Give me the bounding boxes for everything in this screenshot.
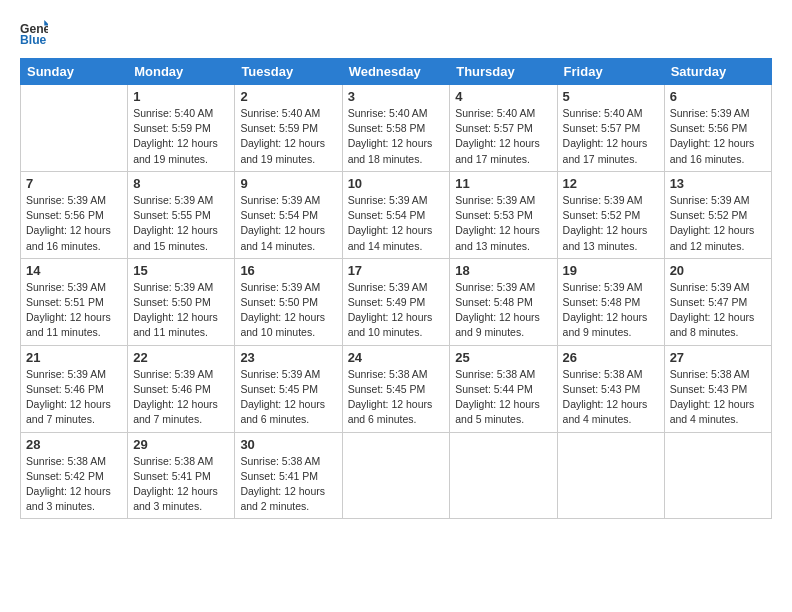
day-info: Sunrise: 5:38 AMSunset: 5:43 PMDaylight:… xyxy=(563,367,659,428)
calendar-cell: 1Sunrise: 5:40 AMSunset: 5:59 PMDaylight… xyxy=(128,85,235,172)
calendar-cell: 8Sunrise: 5:39 AMSunset: 5:55 PMDaylight… xyxy=(128,171,235,258)
calendar-cell: 29Sunrise: 5:38 AMSunset: 5:41 PMDayligh… xyxy=(128,432,235,519)
day-info: Sunrise: 5:39 AMSunset: 5:56 PMDaylight:… xyxy=(26,193,122,254)
day-info: Sunrise: 5:39 AMSunset: 5:45 PMDaylight:… xyxy=(240,367,336,428)
calendar-cell: 18Sunrise: 5:39 AMSunset: 5:48 PMDayligh… xyxy=(450,258,557,345)
day-info: Sunrise: 5:39 AMSunset: 5:51 PMDaylight:… xyxy=(26,280,122,341)
day-number: 27 xyxy=(670,350,766,365)
day-number: 14 xyxy=(26,263,122,278)
calendar-cell: 5Sunrise: 5:40 AMSunset: 5:57 PMDaylight… xyxy=(557,85,664,172)
day-number: 19 xyxy=(563,263,659,278)
day-number: 4 xyxy=(455,89,551,104)
day-number: 28 xyxy=(26,437,122,452)
day-number: 8 xyxy=(133,176,229,191)
calendar-cell xyxy=(450,432,557,519)
calendar-header-thursday: Thursday xyxy=(450,59,557,85)
day-number: 2 xyxy=(240,89,336,104)
calendar-week-row: 14Sunrise: 5:39 AMSunset: 5:51 PMDayligh… xyxy=(21,258,772,345)
calendar-cell: 16Sunrise: 5:39 AMSunset: 5:50 PMDayligh… xyxy=(235,258,342,345)
day-info: Sunrise: 5:39 AMSunset: 5:53 PMDaylight:… xyxy=(455,193,551,254)
day-info: Sunrise: 5:40 AMSunset: 5:57 PMDaylight:… xyxy=(563,106,659,167)
day-info: Sunrise: 5:39 AMSunset: 5:54 PMDaylight:… xyxy=(348,193,445,254)
day-number: 26 xyxy=(563,350,659,365)
calendar-cell: 9Sunrise: 5:39 AMSunset: 5:54 PMDaylight… xyxy=(235,171,342,258)
day-number: 9 xyxy=(240,176,336,191)
svg-text:Blue: Blue xyxy=(20,33,47,47)
day-number: 3 xyxy=(348,89,445,104)
calendar-week-row: 1Sunrise: 5:40 AMSunset: 5:59 PMDaylight… xyxy=(21,85,772,172)
calendar-week-row: 21Sunrise: 5:39 AMSunset: 5:46 PMDayligh… xyxy=(21,345,772,432)
day-number: 16 xyxy=(240,263,336,278)
day-info: Sunrise: 5:39 AMSunset: 5:48 PMDaylight:… xyxy=(455,280,551,341)
day-number: 30 xyxy=(240,437,336,452)
day-number: 23 xyxy=(240,350,336,365)
day-number: 6 xyxy=(670,89,766,104)
day-info: Sunrise: 5:39 AMSunset: 5:55 PMDaylight:… xyxy=(133,193,229,254)
calendar-cell: 25Sunrise: 5:38 AMSunset: 5:44 PMDayligh… xyxy=(450,345,557,432)
day-info: Sunrise: 5:39 AMSunset: 5:50 PMDaylight:… xyxy=(240,280,336,341)
day-info: Sunrise: 5:40 AMSunset: 5:59 PMDaylight:… xyxy=(133,106,229,167)
day-number: 7 xyxy=(26,176,122,191)
calendar-cell: 27Sunrise: 5:38 AMSunset: 5:43 PMDayligh… xyxy=(664,345,771,432)
day-info: Sunrise: 5:39 AMSunset: 5:54 PMDaylight:… xyxy=(240,193,336,254)
calendar-cell: 26Sunrise: 5:38 AMSunset: 5:43 PMDayligh… xyxy=(557,345,664,432)
logo: General Blue xyxy=(20,20,52,48)
day-info: Sunrise: 5:39 AMSunset: 5:46 PMDaylight:… xyxy=(26,367,122,428)
day-info: Sunrise: 5:38 AMSunset: 5:43 PMDaylight:… xyxy=(670,367,766,428)
calendar-cell: 13Sunrise: 5:39 AMSunset: 5:52 PMDayligh… xyxy=(664,171,771,258)
calendar-header-tuesday: Tuesday xyxy=(235,59,342,85)
calendar-cell: 23Sunrise: 5:39 AMSunset: 5:45 PMDayligh… xyxy=(235,345,342,432)
day-info: Sunrise: 5:38 AMSunset: 5:41 PMDaylight:… xyxy=(240,454,336,515)
day-number: 21 xyxy=(26,350,122,365)
calendar-header-monday: Monday xyxy=(128,59,235,85)
calendar-cell xyxy=(664,432,771,519)
calendar-cell: 10Sunrise: 5:39 AMSunset: 5:54 PMDayligh… xyxy=(342,171,450,258)
calendar-cell xyxy=(557,432,664,519)
calendar-cell: 15Sunrise: 5:39 AMSunset: 5:50 PMDayligh… xyxy=(128,258,235,345)
day-number: 24 xyxy=(348,350,445,365)
calendar-header-row: SundayMondayTuesdayWednesdayThursdayFrid… xyxy=(21,59,772,85)
day-info: Sunrise: 5:38 AMSunset: 5:42 PMDaylight:… xyxy=(26,454,122,515)
day-number: 18 xyxy=(455,263,551,278)
calendar-header-friday: Friday xyxy=(557,59,664,85)
calendar-header-saturday: Saturday xyxy=(664,59,771,85)
day-info: Sunrise: 5:39 AMSunset: 5:48 PMDaylight:… xyxy=(563,280,659,341)
calendar-cell: 4Sunrise: 5:40 AMSunset: 5:57 PMDaylight… xyxy=(450,85,557,172)
day-number: 25 xyxy=(455,350,551,365)
day-number: 29 xyxy=(133,437,229,452)
calendar-cell: 20Sunrise: 5:39 AMSunset: 5:47 PMDayligh… xyxy=(664,258,771,345)
page-header: General Blue xyxy=(20,20,772,48)
calendar-header-sunday: Sunday xyxy=(21,59,128,85)
day-info: Sunrise: 5:39 AMSunset: 5:46 PMDaylight:… xyxy=(133,367,229,428)
calendar-week-row: 28Sunrise: 5:38 AMSunset: 5:42 PMDayligh… xyxy=(21,432,772,519)
calendar-cell: 19Sunrise: 5:39 AMSunset: 5:48 PMDayligh… xyxy=(557,258,664,345)
day-info: Sunrise: 5:40 AMSunset: 5:57 PMDaylight:… xyxy=(455,106,551,167)
day-info: Sunrise: 5:40 AMSunset: 5:59 PMDaylight:… xyxy=(240,106,336,167)
calendar-cell: 17Sunrise: 5:39 AMSunset: 5:49 PMDayligh… xyxy=(342,258,450,345)
calendar-cell: 24Sunrise: 5:38 AMSunset: 5:45 PMDayligh… xyxy=(342,345,450,432)
day-info: Sunrise: 5:38 AMSunset: 5:45 PMDaylight:… xyxy=(348,367,445,428)
day-number: 12 xyxy=(563,176,659,191)
calendar-cell: 28Sunrise: 5:38 AMSunset: 5:42 PMDayligh… xyxy=(21,432,128,519)
calendar-cell: 2Sunrise: 5:40 AMSunset: 5:59 PMDaylight… xyxy=(235,85,342,172)
day-info: Sunrise: 5:39 AMSunset: 5:49 PMDaylight:… xyxy=(348,280,445,341)
day-number: 5 xyxy=(563,89,659,104)
day-number: 17 xyxy=(348,263,445,278)
calendar-cell: 11Sunrise: 5:39 AMSunset: 5:53 PMDayligh… xyxy=(450,171,557,258)
day-info: Sunrise: 5:39 AMSunset: 5:52 PMDaylight:… xyxy=(670,193,766,254)
day-number: 10 xyxy=(348,176,445,191)
day-info: Sunrise: 5:39 AMSunset: 5:52 PMDaylight:… xyxy=(563,193,659,254)
calendar-cell: 14Sunrise: 5:39 AMSunset: 5:51 PMDayligh… xyxy=(21,258,128,345)
day-info: Sunrise: 5:40 AMSunset: 5:58 PMDaylight:… xyxy=(348,106,445,167)
day-info: Sunrise: 5:39 AMSunset: 5:50 PMDaylight:… xyxy=(133,280,229,341)
day-number: 11 xyxy=(455,176,551,191)
calendar-cell xyxy=(21,85,128,172)
day-number: 1 xyxy=(133,89,229,104)
calendar-week-row: 7Sunrise: 5:39 AMSunset: 5:56 PMDaylight… xyxy=(21,171,772,258)
day-number: 20 xyxy=(670,263,766,278)
calendar-cell xyxy=(342,432,450,519)
calendar-header-wednesday: Wednesday xyxy=(342,59,450,85)
calendar-cell: 30Sunrise: 5:38 AMSunset: 5:41 PMDayligh… xyxy=(235,432,342,519)
day-info: Sunrise: 5:38 AMSunset: 5:44 PMDaylight:… xyxy=(455,367,551,428)
day-info: Sunrise: 5:39 AMSunset: 5:56 PMDaylight:… xyxy=(670,106,766,167)
